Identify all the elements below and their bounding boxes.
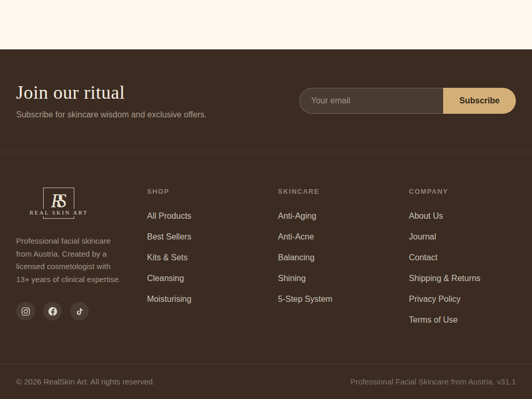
footer-link-moisturising[interactable]: Moisturising bbox=[147, 295, 191, 303]
newsletter-subtitle: Subscribe for skincare wisdom and exclus… bbox=[16, 110, 207, 119]
brand-logo: RS REAL SKIN ART bbox=[35, 188, 82, 219]
footer-link-5-step-system[interactable]: 5-Step System bbox=[278, 295, 332, 303]
footer-link-all-products[interactable]: All Products bbox=[147, 211, 191, 220]
social-links bbox=[16, 302, 147, 321]
footer-column-shop: SHOP All Products Best Sellers Kits & Se… bbox=[147, 188, 278, 364]
column-heading-company: COMPANY bbox=[409, 188, 481, 195]
facebook-button[interactable] bbox=[43, 302, 62, 321]
email-input[interactable] bbox=[299, 88, 443, 114]
newsletter-text: Join our ritual Subscribe for skincare w… bbox=[16, 82, 207, 119]
footer-link-shipping-returns[interactable]: Shipping & Returns bbox=[409, 274, 481, 283]
footer-link-journal[interactable]: Journal bbox=[409, 232, 436, 241]
footer-link-anti-acne[interactable]: Anti-Acne bbox=[278, 232, 314, 241]
copyright-text: © 2026 RealSkin Art. All rights reserved… bbox=[16, 377, 155, 386]
column-heading-skincare: SKINCARE bbox=[278, 188, 409, 195]
newsletter-section: Join our ritual Subscribe for skincare w… bbox=[0, 49, 532, 152]
facebook-icon bbox=[47, 306, 58, 317]
logo-frame: RS REAL SKIN ART bbox=[43, 188, 74, 219]
site-footer: Join our ritual Subscribe for skincare w… bbox=[0, 49, 532, 399]
newsletter-form: Subscribe bbox=[299, 88, 516, 114]
footer-link-cleansing[interactable]: Cleansing bbox=[147, 274, 184, 283]
footer-bottom-bar: © 2026 RealSkin Art. All rights reserved… bbox=[0, 364, 532, 399]
footer-links-section: RS REAL SKIN ART Professional facial ski… bbox=[0, 152, 532, 364]
logo-wordmark: REAL SKIN ART bbox=[28, 209, 90, 216]
footer-link-balancing[interactable]: Balancing bbox=[278, 253, 314, 262]
tiktok-button[interactable] bbox=[70, 302, 89, 321]
brand-description: Professional facial skincare from Austri… bbox=[16, 235, 123, 286]
footer-link-about-us[interactable]: About Us bbox=[409, 211, 443, 220]
brand-column: RS REAL SKIN ART Professional facial ski… bbox=[16, 188, 147, 364]
footer-tagline: Professional Facial Skincare from Austri… bbox=[351, 377, 516, 386]
subscribe-button[interactable]: Subscribe bbox=[443, 88, 516, 114]
footer-link-anti-aging[interactable]: Anti-Aging bbox=[278, 211, 316, 220]
footer-link-privacy-policy[interactable]: Privacy Policy bbox=[409, 295, 461, 303]
footer-column-company: COMPANY About Us Journal Contact Shippin… bbox=[409, 188, 481, 364]
footer-link-shining[interactable]: Shining bbox=[278, 274, 305, 283]
column-heading-shop: SHOP bbox=[147, 188, 278, 195]
instagram-button[interactable] bbox=[16, 302, 35, 321]
footer-column-skincare: SKINCARE Anti-Aging Anti-Acne Balancing … bbox=[278, 188, 409, 364]
instagram-icon bbox=[21, 307, 31, 316]
footer-link-contact[interactable]: Contact bbox=[409, 253, 437, 262]
newsletter-title: Join our ritual bbox=[16, 82, 207, 103]
footer-link-best-sellers[interactable]: Best Sellers bbox=[147, 232, 191, 241]
tiktok-icon bbox=[75, 307, 84, 316]
page-content-above-footer bbox=[0, 0, 532, 49]
footer-link-kits-sets[interactable]: Kits & Sets bbox=[147, 253, 188, 262]
footer-link-terms-of-use[interactable]: Terms of Use bbox=[409, 315, 458, 324]
